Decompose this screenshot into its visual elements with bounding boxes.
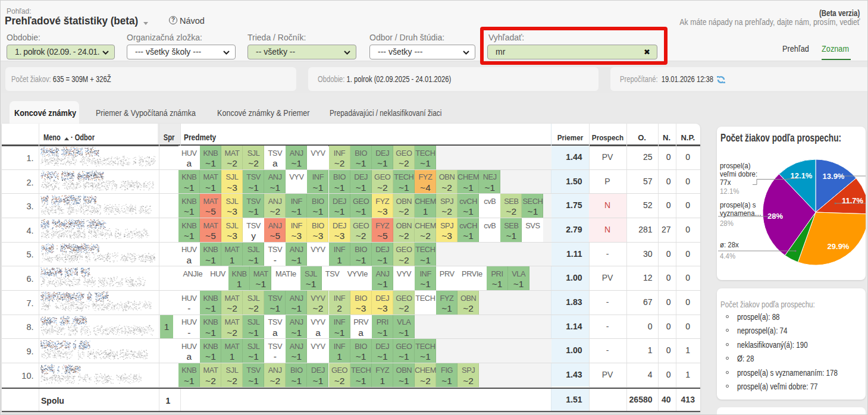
svg-text:29.9%: 29.9% <box>828 242 850 251</box>
svg-text:28%: 28% <box>767 212 783 221</box>
svg-text:12.1%: 12.1% <box>791 171 813 180</box>
svg-text:13.9%: 13.9% <box>823 172 845 181</box>
svg-text:11.7%: 11.7% <box>842 196 864 205</box>
